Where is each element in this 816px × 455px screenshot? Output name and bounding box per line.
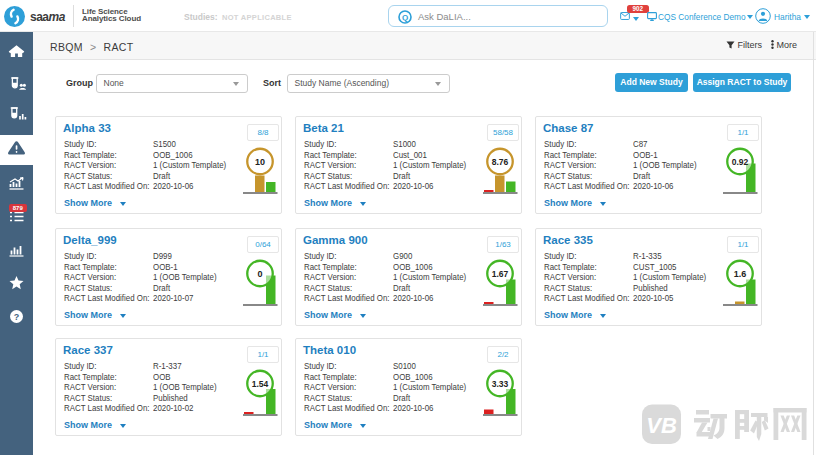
svg-text:8.76: 8.76: [492, 157, 509, 167]
svg-text:10: 10: [255, 157, 265, 167]
svg-text:1.67: 1.67: [492, 269, 509, 279]
svg-text:0.92: 0.92: [732, 157, 749, 167]
svg-text:0: 0: [257, 269, 262, 279]
svg-text:Q: Q: [402, 13, 408, 22]
svg-text:?: ?: [14, 312, 20, 322]
svg-text:1.54: 1.54: [252, 379, 269, 389]
svg-text:1.6: 1.6: [734, 269, 747, 279]
svg-text:3.33: 3.33: [492, 379, 509, 389]
svg-text:VB: VB: [646, 413, 677, 438]
